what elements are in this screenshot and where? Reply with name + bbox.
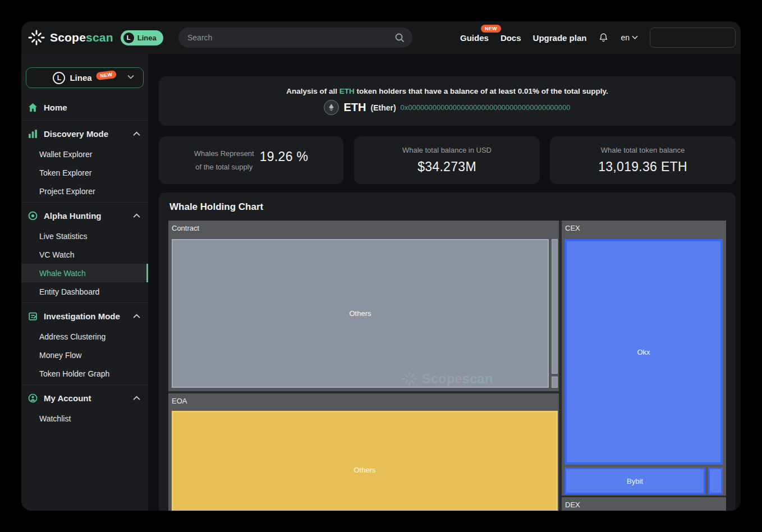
treemap-section-label: DEX [565, 497, 580, 511]
treemap-section-label: CEX [565, 221, 580, 236]
eth-token-icon [324, 100, 339, 115]
whale-holding-chart-card: Whale Holding Chart Contract Others EOA … [159, 192, 736, 511]
chevron-down-icon [127, 75, 134, 80]
user-icon [28, 393, 38, 403]
token-analysis-card: Analysis of all ETH token holders that h… [159, 76, 736, 126]
treemap-section-label: Contract [172, 221, 199, 236]
scopescan-logo-icon [28, 29, 45, 46]
bar-chart-icon [28, 129, 38, 139]
sidebar-item-project-explorer[interactable]: Project Explorer [21, 182, 148, 200]
treemap-cell-cex-okx[interactable]: Okx [564, 239, 723, 465]
token-name: (Ether) [370, 103, 396, 112]
analysis-description: Analysis of all ETH token holders that h… [286, 87, 608, 95]
chart-title: Whale Holding Chart [169, 201, 263, 213]
sidebar-section-investigation-mode[interactable]: Investigation Mode [21, 305, 148, 327]
whale-holding-treemap: Contract Others EOA Others CEX [168, 221, 726, 511]
network-new-badge: NEW [95, 70, 116, 80]
sidebar: L Linea NEW Home Discovery Mode [21, 54, 148, 511]
treemap-section-label: EOA [172, 393, 187, 409]
sidebar-section-discovery-mode[interactable]: Discovery Mode [21, 122, 148, 145]
main-content: Analysis of all ETH token holders that h… [148, 54, 741, 511]
chevron-up-icon [133, 131, 140, 136]
network-name: Linea [70, 73, 91, 82]
sidebar-item-vc-watch[interactable]: VC Watch [21, 245, 148, 264]
stat-label: Whales Represent [194, 149, 254, 158]
sidebar-item-wallet-explorer[interactable]: Wallet Explorer [21, 145, 148, 163]
sidebar-item-money-flow[interactable]: Money Flow [21, 346, 148, 364]
home-icon [28, 103, 38, 112]
stat-sublabel: of the total supply [195, 163, 253, 171]
divider [21, 384, 148, 385]
linea-logo-icon: L [123, 33, 134, 43]
treemap-section-eoa[interactable]: EOA Others [168, 393, 559, 511]
stat-value: 19.26 % [260, 149, 309, 164]
sidebar-item-entity-dashboard[interactable]: Entity Dashboard [21, 282, 148, 301]
app-window: Scopescan L Linea Guides NEW Docs Upgrad… [21, 21, 741, 511]
treemap-cell-cex-small[interactable] [708, 467, 723, 494]
sidebar-item-watchlist[interactable]: Watchlist [21, 409, 148, 428]
treemap-cell-contract-small[interactable] [552, 239, 558, 374]
divider [21, 202, 148, 203]
divider [21, 120, 148, 121]
sidebar-item-token-explorer[interactable]: Token Explorer [21, 163, 148, 182]
app-title: Scopescan [50, 31, 113, 44]
treemap-cell-contract-small[interactable] [552, 377, 558, 388]
sidebar-item-live-statistics[interactable]: Live Statistics [21, 227, 148, 245]
network-badge[interactable]: L Linea [121, 30, 163, 45]
treemap-section-dex[interactable]: DEX [562, 497, 726, 511]
token-row: ETH (Ether) 0x00000000000000000000000000… [324, 100, 570, 115]
sidebar-nav: Home Discovery Mode Wallet Explorer Toke… [21, 96, 148, 428]
stat-label: Whale total token balance [601, 146, 685, 154]
stat-card-total-tokens: Whale total token balance 13,019.36 ETH [550, 136, 736, 184]
network-badge-label: Linea [137, 34, 157, 42]
sidebar-section-my-account[interactable]: My Account [21, 387, 148, 409]
search-input[interactable] [178, 33, 412, 42]
locale-select[interactable]: en [621, 33, 638, 42]
stat-label: Whale total balance in USD [402, 146, 492, 154]
linea-logo-icon: L [53, 72, 65, 84]
top-nav: Guides NEW Docs Upgrade plan en [460, 21, 736, 54]
sidebar-item-address-clustering[interactable]: Address Clustering [21, 327, 148, 346]
upgrade-plan-link[interactable]: Upgrade plan [533, 33, 587, 43]
token-address[interactable]: 0x00000000000000000000000000000000000000… [401, 103, 571, 112]
clipboard-edit-icon [28, 311, 38, 321]
sidebar-item-whale-watch[interactable]: Whale Watch [21, 264, 148, 282]
treemap-cell-contract-others[interactable]: Others [172, 239, 549, 388]
network-selector[interactable]: L Linea NEW [26, 67, 144, 88]
search-bar [178, 27, 412, 48]
stat-value: $34.273M [417, 159, 476, 175]
sidebar-item-token-holder-graph[interactable]: Token Holder Graph [21, 364, 148, 383]
guides-link[interactable]: Guides NEW [460, 33, 489, 43]
guides-new-badge: NEW [481, 25, 501, 33]
docs-link[interactable]: Docs [501, 33, 521, 43]
search-icon[interactable] [394, 32, 405, 43]
chevron-down-icon [632, 35, 638, 40]
chevron-up-icon [133, 213, 140, 218]
treemap-section-cex[interactable]: CEX Okx Bybit [562, 221, 726, 496]
target-icon [28, 211, 38, 221]
treemap-cell-eoa-others[interactable]: Others [172, 411, 558, 511]
stat-card-total-usd: Whale total balance in USD $34.273M [354, 136, 540, 184]
sidebar-section-alpha-hunting[interactable]: Alpha Hunting [21, 204, 148, 227]
divider [21, 302, 148, 303]
notification-bell-icon[interactable] [598, 32, 609, 43]
treemap-cell-cex-bybit[interactable]: Bybit [564, 467, 705, 494]
token-symbol: ETH [343, 101, 366, 114]
chevron-up-icon [133, 314, 140, 319]
treemap-section-contract[interactable]: Contract Others [168, 221, 559, 391]
topbar: Scopescan L Linea Guides NEW Docs Upgrad… [21, 21, 741, 54]
sidebar-item-home[interactable]: Home [21, 96, 148, 118]
logo[interactable]: Scopescan L Linea [28, 21, 163, 54]
connect-wallet-button[interactable] [650, 27, 736, 48]
stat-card-whales-represent: Whales Represent of the total supply 19.… [159, 136, 343, 184]
chevron-up-icon [133, 396, 140, 401]
stat-value: 13,019.36 ETH [598, 159, 687, 175]
